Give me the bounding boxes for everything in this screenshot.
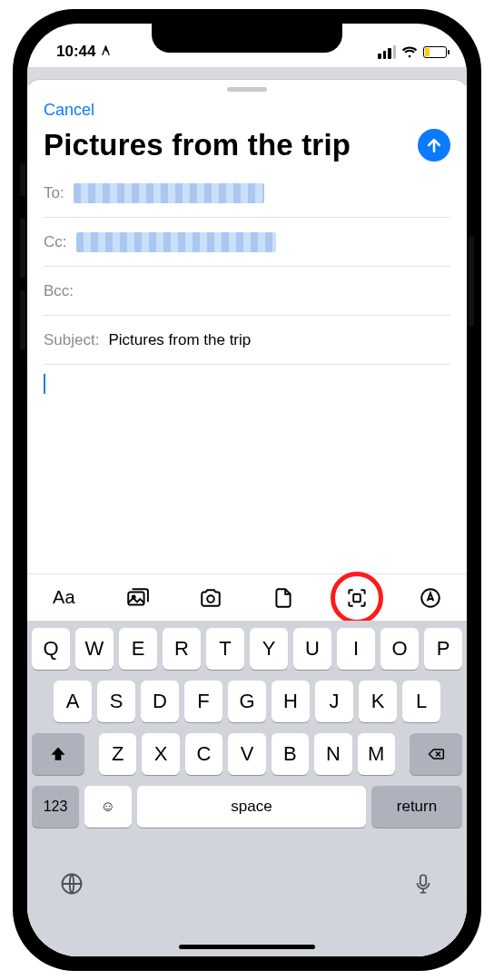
key-k[interactable]: K [359, 681, 397, 722]
key-y[interactable]: Y [250, 628, 288, 670]
cell-signal-icon [378, 45, 396, 59]
emoji-key[interactable]: ☺ [84, 786, 132, 828]
text-cursor [44, 374, 45, 394]
key-a[interactable]: A [54, 681, 92, 722]
status-time: 10:44 [56, 43, 112, 61]
svg-rect-3 [353, 593, 361, 602]
dictation-icon[interactable] [411, 872, 435, 896]
scan-document-button[interactable] [336, 577, 378, 619]
attach-file-button[interactable] [262, 577, 304, 619]
cc-value-redacted [76, 232, 276, 252]
compose-sheet: Cancel Pictures from the trip To: Cc: [27, 80, 467, 956]
key-c[interactable]: C [185, 733, 222, 775]
markup-button[interactable] [410, 577, 451, 619]
home-indicator[interactable] [179, 945, 315, 949]
shift-icon [49, 745, 67, 763]
message-body[interactable] [27, 365, 467, 403]
key-r[interactable]: R [163, 628, 201, 670]
cc-label: Cc: [44, 233, 67, 251]
compose-title: Pictures from the trip [44, 129, 409, 162]
key-o[interactable]: O [380, 628, 419, 670]
cancel-button[interactable]: Cancel [44, 101, 94, 120]
key-j[interactable]: J [315, 681, 353, 722]
to-label: To: [44, 184, 64, 202]
key-q[interactable]: Q [32, 628, 70, 670]
camera-button[interactable] [190, 577, 232, 619]
return-key[interactable]: return [371, 786, 462, 828]
send-button[interactable] [418, 129, 450, 162]
key-u[interactable]: U [293, 628, 331, 670]
key-x[interactable]: X [142, 733, 179, 775]
key-b[interactable]: B [272, 733, 309, 775]
space-key[interactable]: space [137, 786, 366, 828]
to-value-redacted [74, 183, 264, 203]
key-l[interactable]: L [402, 681, 440, 722]
key-g[interactable]: G [228, 681, 266, 722]
backspace-icon [425, 745, 447, 763]
shift-key[interactable] [32, 733, 84, 775]
bcc-field[interactable]: Bcc: [44, 267, 450, 316]
phone-frame: 10:44 Cancel Pictures from the trip [13, 9, 481, 971]
key-t[interactable]: T [206, 628, 244, 670]
key-v[interactable]: V [228, 733, 265, 775]
text-format-button[interactable]: Aa [43, 577, 84, 619]
numbers-key[interactable]: 123 [32, 786, 79, 828]
key-m[interactable]: M [358, 733, 395, 775]
key-n[interactable]: N [314, 733, 351, 775]
photo-library-button[interactable] [116, 577, 158, 619]
key-z[interactable]: Z [99, 733, 136, 775]
cc-field[interactable]: Cc: [44, 218, 450, 267]
key-h[interactable]: H [272, 681, 310, 722]
key-p[interactable]: P [424, 628, 462, 670]
subject-field[interactable]: Subject: Pictures from the trip [44, 316, 450, 365]
format-toolbar: Aa [27, 573, 467, 621]
mute-switch [20, 163, 25, 196]
subject-label: Subject: [44, 331, 99, 349]
arrow-up-icon [425, 136, 443, 154]
volume-down [20, 290, 25, 350]
key-w[interactable]: W [75, 628, 114, 670]
volume-up [20, 218, 25, 278]
bcc-label: Bcc: [44, 282, 74, 300]
key-e[interactable]: E [119, 628, 157, 670]
notch [152, 24, 342, 53]
key-s[interactable]: S [97, 681, 135, 722]
globe-icon[interactable] [59, 871, 84, 897]
subject-value: Pictures from the trip [108, 331, 251, 349]
to-field[interactable]: To: [44, 169, 450, 218]
wifi-icon [401, 44, 418, 60]
sheet-grabber[interactable] [227, 87, 267, 92]
power-button [469, 236, 474, 327]
battery-icon [423, 46, 447, 58]
svg-rect-6 [420, 875, 427, 886]
backspace-key[interactable] [410, 733, 462, 775]
key-f[interactable]: F [184, 681, 222, 722]
svg-rect-0 [128, 592, 143, 604]
keyboard: QWERTYUIOP ASDFGHJKL ZXCVBNM 123 ☺ [27, 621, 467, 956]
key-i[interactable]: I [337, 628, 375, 670]
svg-point-2 [207, 595, 214, 603]
key-d[interactable]: D [141, 681, 179, 722]
